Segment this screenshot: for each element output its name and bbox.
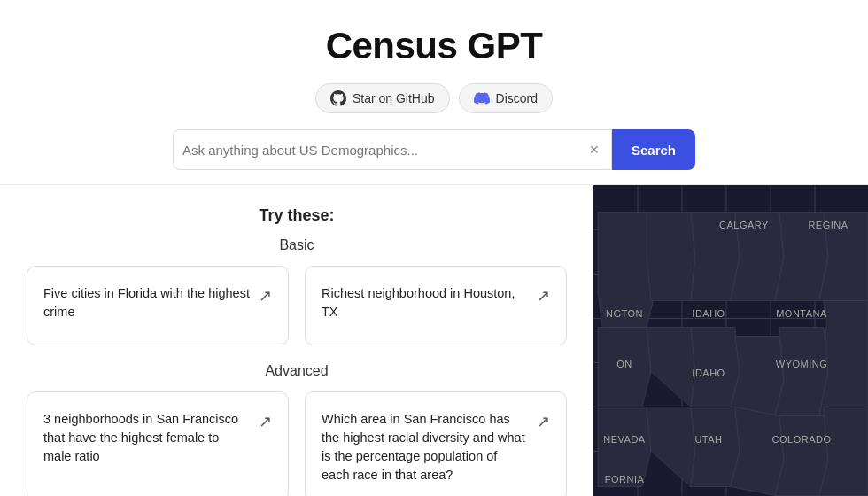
github-label: Star on GitHub bbox=[353, 91, 435, 105]
arrow-icon-2: ↗ bbox=[537, 286, 550, 306]
advanced-cards-row: 3 neighborhoods in San Francisco that ha… bbox=[27, 391, 567, 496]
github-icon bbox=[330, 90, 346, 106]
search-row: × Search bbox=[173, 129, 695, 170]
svg-text:WYOMING: WYOMING bbox=[776, 359, 828, 369]
svg-text:MONTANA: MONTANA bbox=[776, 308, 827, 319]
github-button[interactable]: Star on GitHub bbox=[315, 83, 450, 113]
left-panel: Try these: Basic Five cities in Florida … bbox=[0, 185, 593, 496]
svg-text:NEVADA: NEVADA bbox=[603, 434, 646, 445]
svg-text:IDAHO: IDAHO bbox=[692, 308, 725, 319]
basic-card-2-text: Richest neighborhood in Houston, TX bbox=[322, 284, 537, 322]
arrow-icon-4: ↗ bbox=[537, 412, 550, 431]
svg-text:IDAHO: IDAHO bbox=[692, 368, 725, 378]
basic-cards-row: Five cities in Florida with the highest … bbox=[27, 266, 567, 345]
svg-text:Calgary: Calgary bbox=[719, 220, 769, 230]
discord-icon bbox=[474, 90, 490, 106]
svg-text:ON: ON bbox=[616, 359, 632, 369]
advanced-card-2-text: Which area in San Francisco has the high… bbox=[322, 410, 537, 484]
map-container: Calgary Regina NGTON IDAHO MONTANA ON ID… bbox=[593, 185, 868, 496]
clear-button[interactable]: × bbox=[585, 142, 602, 158]
arrow-icon-1: ↗ bbox=[259, 286, 272, 306]
try-these-label: Try these: bbox=[27, 206, 567, 225]
svg-text:UTAH: UTAH bbox=[694, 434, 722, 445]
basic-card-1[interactable]: Five cities in Florida with the highest … bbox=[27, 266, 289, 345]
advanced-section-label: Advanced bbox=[27, 363, 567, 379]
advanced-card-1-text: 3 neighborhoods in San Francisco that ha… bbox=[43, 410, 259, 466]
svg-text:Regina: Regina bbox=[808, 220, 848, 230]
svg-marker-21 bbox=[731, 337, 784, 416]
header-section: Census GPT Star on GitHub Discord × Sear… bbox=[0, 0, 868, 184]
svg-marker-13 bbox=[647, 213, 695, 301]
search-button[interactable]: Search bbox=[612, 129, 695, 170]
svg-text:FORNIA: FORNIA bbox=[605, 474, 645, 484]
basic-card-1-text: Five cities in Florida with the highest … bbox=[43, 284, 259, 322]
search-input-wrapper: × bbox=[173, 129, 612, 170]
svg-marker-26 bbox=[691, 407, 740, 487]
external-links-row: Star on GitHub Discord bbox=[315, 83, 553, 113]
advanced-card-1[interactable]: 3 neighborhoods in San Francisco that ha… bbox=[27, 391, 289, 496]
advanced-card-2[interactable]: Which area in San Francisco has the high… bbox=[305, 391, 567, 496]
search-input[interactable] bbox=[182, 143, 585, 158]
svg-text:COLORADO: COLORADO bbox=[772, 434, 832, 445]
map-panel: Calgary Regina NGTON IDAHO MONTANA ON ID… bbox=[593, 185, 868, 496]
map-svg: Calgary Regina NGTON IDAHO MONTANA ON ID… bbox=[593, 185, 868, 496]
svg-marker-22 bbox=[775, 328, 828, 416]
discord-label: Discord bbox=[496, 91, 538, 105]
basic-card-2[interactable]: Richest neighborhood in Houston, TX ↗ bbox=[305, 266, 567, 345]
basic-section-label: Basic bbox=[27, 237, 567, 253]
discord-button[interactable]: Discord bbox=[459, 83, 553, 113]
app-title: Census GPT bbox=[326, 25, 543, 67]
main-content: Try these: Basic Five cities in Florida … bbox=[0, 185, 868, 496]
svg-text:NGTON: NGTON bbox=[606, 308, 643, 319]
arrow-icon-3: ↗ bbox=[259, 412, 272, 431]
